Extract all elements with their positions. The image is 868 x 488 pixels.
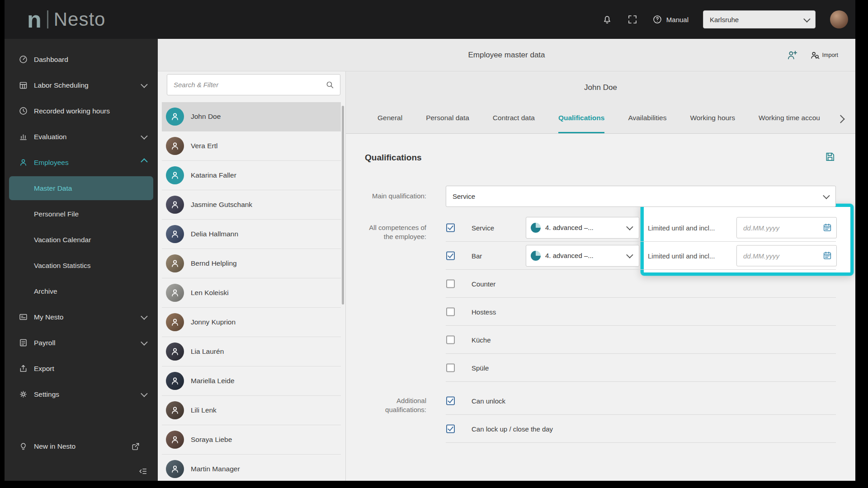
- clock-icon: [19, 106, 28, 116]
- import-label: Import: [822, 52, 838, 58]
- employee-title: John Doe: [584, 83, 617, 92]
- service-limited-date-input[interactable]: [742, 223, 818, 232]
- employee-list-item[interactable]: Delia Hallmann: [162, 220, 341, 249]
- chevron-down-icon: [141, 313, 148, 320]
- sidebar-item-vacation-calendar[interactable]: Vacation Calendar: [5, 227, 158, 253]
- tab-working-time-account[interactable]: Working time accou: [759, 104, 820, 133]
- tab-availabilities[interactable]: Availabilities: [628, 104, 666, 133]
- counter-checkbox[interactable]: [446, 279, 455, 288]
- fullscreen-icon[interactable]: [627, 14, 638, 25]
- chevron-down-icon: [141, 81, 148, 88]
- bar-level-select[interactable]: 4. advanced –...: [526, 245, 639, 267]
- employee-list-item[interactable]: Lili Lenk: [162, 396, 341, 425]
- sidebar-item-dashboard[interactable]: Dashboard: [5, 47, 158, 72]
- calendar-icon[interactable]: [822, 251, 832, 261]
- sidebar-label: Labor Scheduling: [34, 81, 141, 89]
- sidebar-item-vacation-statistics[interactable]: Vacation Statistics: [5, 253, 158, 278]
- sidebar-item-archive[interactable]: Archive: [5, 278, 158, 304]
- add-employee-icon[interactable]: [786, 49, 798, 61]
- sidebar-item-employees[interactable]: Employees: [5, 150, 158, 175]
- tab-general[interactable]: General: [377, 104, 402, 133]
- brand-divider: [47, 10, 48, 28]
- employees-person-icon: [19, 158, 28, 167]
- avatar: [166, 284, 184, 302]
- employee-detail-panel: John Doe General Personal data Contract …: [346, 71, 855, 481]
- sidebar-item-settings[interactable]: Settings: [5, 381, 158, 407]
- chevron-down-icon: [823, 192, 830, 199]
- employee-list-item[interactable]: Lia Laurén: [162, 337, 341, 366]
- sidebar-item-export[interactable]: Export: [5, 356, 158, 381]
- notifications-bell-icon[interactable]: [602, 14, 613, 25]
- sidebar-item-evaluation[interactable]: Evaluation: [5, 124, 158, 150]
- kueche-checkbox[interactable]: [446, 335, 455, 344]
- sidebar-label: Recorded working hours: [34, 107, 146, 115]
- calendar-icon[interactable]: [822, 223, 832, 233]
- main-qualification-select[interactable]: Service: [446, 186, 836, 207]
- save-icon[interactable]: [824, 151, 836, 163]
- employee-list-panel: John Doe Vera Ertl Katarina Faller: [158, 71, 346, 481]
- gear-icon: [19, 389, 28, 399]
- service-checkbox[interactable]: [446, 223, 455, 232]
- tab-personal-data[interactable]: Personal data: [426, 104, 469, 133]
- employee-list-item[interactable]: John Doe: [162, 102, 341, 131]
- sidebar-item-recorded-working-hours[interactable]: Recorded working hours: [5, 98, 158, 124]
- service-level-select[interactable]: 4. advanced –...: [526, 217, 639, 239]
- tabs-overflow-chevron-icon[interactable]: [836, 115, 844, 123]
- employee-list-item[interactable]: Bernd Helpling: [162, 249, 341, 278]
- sidebar-item-labor-scheduling[interactable]: Labor Scheduling: [5, 72, 158, 98]
- sidebar-item-new-in-nesto[interactable]: New in Nesto: [5, 433, 158, 459]
- competence-label: Service: [472, 224, 494, 231]
- tab-contract-data[interactable]: Contract data: [493, 104, 535, 133]
- bar-chart-icon: [19, 132, 28, 141]
- sidebar-item-master-data[interactable]: Master Data: [9, 176, 153, 200]
- avatar: [166, 343, 184, 361]
- employee-list-item[interactable]: Martin Manager: [162, 455, 341, 481]
- qualifications-content: Qualifications Main qualification: Ser: [346, 134, 855, 481]
- sidebar-item-payroll[interactable]: Payroll: [5, 330, 158, 356]
- search-input[interactable]: [167, 75, 340, 95]
- main-header: Employee master data Import: [158, 39, 855, 71]
- user-avatar[interactable]: [830, 10, 848, 28]
- header-actions: Import: [786, 49, 838, 61]
- manual-link[interactable]: Manual: [652, 14, 689, 24]
- avatar: [166, 108, 184, 126]
- bar-limited-date-field: [736, 245, 837, 266]
- collapse-sidebar-icon[interactable]: [138, 466, 148, 476]
- competence-label: Spüle: [472, 364, 489, 371]
- search-filter: [167, 74, 340, 95]
- brand-logo: n Nesto: [27, 8, 105, 31]
- tab-working-hours[interactable]: Working hours: [690, 104, 735, 133]
- employee-list-item[interactable]: Jonny Kuprion: [162, 308, 341, 337]
- sidebar-item-personnel-file[interactable]: Personnel File: [5, 201, 158, 227]
- employee-list-item[interactable]: Mariella Leide: [162, 366, 341, 396]
- hostess-checkbox[interactable]: [446, 307, 455, 316]
- list-scrollbar[interactable]: [342, 106, 344, 305]
- competence-row-bar: Bar 4. advanced –... Limited until and i…: [446, 242, 836, 270]
- sidebar-item-my-nesto[interactable]: My Nesto: [5, 304, 158, 330]
- service-limited-date-field: [736, 217, 837, 238]
- chevron-down-icon: [141, 338, 148, 346]
- avatar: [166, 196, 184, 214]
- chevron-down-icon: [141, 390, 148, 397]
- import-button[interactable]: Import: [810, 50, 838, 60]
- employee-list-item[interactable]: Vera Ertl: [162, 131, 341, 161]
- bar-limited-date-input[interactable]: [742, 251, 818, 260]
- bar-checkbox[interactable]: [446, 251, 455, 260]
- tab-qualifications[interactable]: Qualifications: [558, 104, 605, 133]
- detail-tabs: General Personal data Contract data Qual…: [346, 104, 855, 134]
- employee-list-item[interactable]: Len Koleiski: [162, 278, 341, 308]
- employee-name: Soraya Liebe: [191, 436, 232, 444]
- employee-name: John Doe: [191, 113, 221, 121]
- employee-list-item[interactable]: Jasmine Gutschank: [162, 190, 341, 220]
- employee-name: Bernd Helpling: [191, 259, 237, 267]
- main-area: Employee master data Import: [158, 39, 855, 481]
- employee-list-item[interactable]: Soraya Liebe: [162, 425, 341, 455]
- employee-list-item[interactable]: Katarina Faller: [162, 161, 341, 190]
- can-lock-up-checkbox[interactable]: [446, 424, 455, 433]
- search-icon[interactable]: [325, 80, 335, 89]
- spuele-checkbox[interactable]: [446, 363, 455, 372]
- location-select[interactable]: Karlsruhe: [703, 10, 816, 28]
- app-window: n Nesto Manual Karlsruhe: [5, 0, 855, 481]
- can-unlock-checkbox[interactable]: [446, 396, 455, 405]
- dashboard-icon: [19, 55, 28, 64]
